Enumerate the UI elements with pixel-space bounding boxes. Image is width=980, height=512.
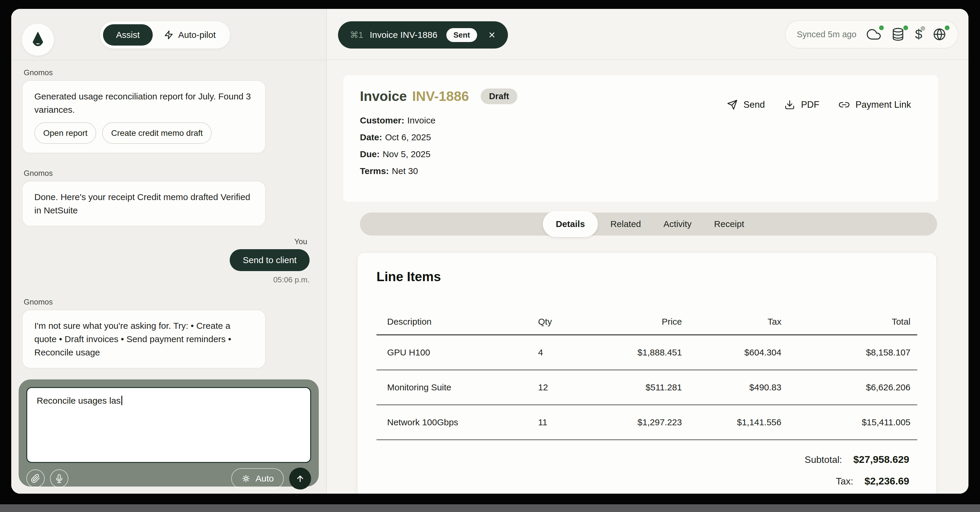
mode-toggle: Assist Auto-pilot xyxy=(100,21,230,49)
message-text: Done. Here's your receipt Credit memo dr… xyxy=(34,190,253,217)
line-items-title: Line Items xyxy=(377,269,917,284)
due-line: Due:Nov 5, 2025 xyxy=(360,146,922,162)
composer-toolbar: Auto xyxy=(26,467,311,490)
sync-status-text: Synced 5m ago xyxy=(797,30,857,39)
send-invoice-button[interactable]: Send xyxy=(727,99,765,110)
assist-label: Assist xyxy=(116,30,140,40)
screen: Assist Auto-pilot Gnomos Genera xyxy=(0,0,980,512)
message-text: Generated usage reconciliation report fo… xyxy=(34,90,253,116)
message-author: Gnomos xyxy=(24,68,310,77)
text-cursor xyxy=(121,396,122,405)
totals-summary: Subtotal: $27,958.629 Tax: $2,236.69 xyxy=(377,454,917,487)
paperclip-icon xyxy=(31,474,40,483)
date-value: Oct 6, 2025 xyxy=(385,132,431,142)
subtotal-value: $27,958.629 xyxy=(853,454,909,465)
line-items-card: Line Items Description Qty Price Tax Tot… xyxy=(357,252,937,494)
status-dot-gray xyxy=(921,26,925,31)
cell-price: $1,297.223 xyxy=(591,417,682,427)
download-pdf-button[interactable]: PDF xyxy=(784,99,819,110)
line-items-table: Description Qty Price Tax Total GPU H100… xyxy=(377,316,917,440)
user-message: Send to client xyxy=(230,249,310,271)
close-tab-button[interactable] xyxy=(488,31,496,39)
invoice-actions: Send PDF xyxy=(727,99,911,110)
message-author: Gnomos xyxy=(24,169,310,178)
status-dot-green xyxy=(903,25,908,30)
app-logo xyxy=(22,24,54,56)
assist-mode-button[interactable]: Assist xyxy=(103,24,153,46)
paper-plane-icon xyxy=(727,99,738,110)
web-sync-indicator xyxy=(932,27,947,41)
open-report-button[interactable]: Open report xyxy=(34,122,96,144)
autopilot-mode-button[interactable]: Auto-pilot xyxy=(153,30,227,40)
pdf-label: PDF xyxy=(801,99,819,110)
gear-icon xyxy=(241,474,251,483)
subtotal-label: Subtotal: xyxy=(805,454,842,465)
table-row: Network 100Gbps 11 $1,297.223 $1,141.556… xyxy=(377,405,917,440)
chat-composer: Reconcile usages las xyxy=(19,379,319,487)
cell-qty: 11 xyxy=(538,417,591,427)
app-window: Assist Auto-pilot Gnomos Genera xyxy=(11,9,969,494)
gnome-logo-icon xyxy=(29,30,47,49)
sidebar-header: Assist Auto-pilot xyxy=(11,9,326,60)
user-message-row: Send to client xyxy=(22,249,310,271)
tax-value: $2,236.69 xyxy=(865,475,909,487)
cell-qty: 4 xyxy=(538,347,591,358)
send-label: Send xyxy=(743,99,765,110)
col-total: Total xyxy=(781,316,910,327)
download-icon xyxy=(784,99,795,110)
message-author: Gnomos xyxy=(24,297,310,307)
customer-label: Customer: xyxy=(360,115,404,125)
col-description: Description xyxy=(387,316,538,327)
status-dot-green xyxy=(879,25,884,30)
terms-line: Terms:Net 30 xyxy=(360,162,922,179)
link-icon xyxy=(839,99,850,110)
invoice-document-tab[interactable]: ⌘1 Invoice INV-1886 Sent xyxy=(338,21,508,49)
lightning-icon xyxy=(164,30,173,40)
send-message-button[interactable] xyxy=(289,467,311,490)
payment-link-button[interactable]: Payment Link xyxy=(839,99,911,110)
cell-total: $8,158.107 xyxy=(781,347,910,358)
assistant-message: Done. Here's your receipt Credit memo dr… xyxy=(22,181,266,226)
composer-text: Reconcile usages las xyxy=(37,396,121,405)
cell-tax: $1,141.556 xyxy=(682,417,781,427)
sent-status-badge: Sent xyxy=(446,28,477,42)
subtotal-row: Subtotal: $27,958.629 xyxy=(805,454,909,465)
tab-receipt[interactable]: Receipt xyxy=(704,219,754,229)
col-qty: Qty xyxy=(538,316,591,327)
database-sync-indicator xyxy=(891,27,905,41)
due-label: Due: xyxy=(360,149,380,159)
table-row: GPU H100 4 $1,888.451 $604.304 $8,158.10… xyxy=(377,336,917,370)
chat-sidebar: Assist Auto-pilot Gnomos Genera xyxy=(11,9,327,494)
message-timestamp: 05:06 p.m. xyxy=(22,275,310,285)
table-header-row: Description Qty Price Tax Total xyxy=(377,316,917,336)
create-credit-memo-button[interactable]: Create credit memo draft xyxy=(102,122,212,144)
invoice-number: INV-1886 xyxy=(412,88,469,104)
terms-value: Net 30 xyxy=(392,166,418,176)
assistant-message: Generated usage reconciliation report fo… xyxy=(22,80,266,153)
draft-status-badge: Draft xyxy=(480,89,517,104)
autopilot-label: Auto-pilot xyxy=(178,30,216,40)
invoice-content: Invoice INV-1886 Draft Customer:Invoice … xyxy=(327,60,969,494)
database-icon xyxy=(891,27,905,41)
desktop-bottom-bar xyxy=(0,504,980,512)
tax-row: Tax: $2,236.69 xyxy=(836,475,909,487)
cloud-sync-indicator xyxy=(867,27,881,41)
billing-sync-indicator: $ xyxy=(915,28,922,41)
microphone-icon xyxy=(54,474,64,483)
message-actions: Open report Create credit memo draft xyxy=(34,122,253,144)
sync-status-pill[interactable]: Synced 5m ago xyxy=(785,20,958,49)
tax-label: Tax: xyxy=(836,476,853,487)
panel-topbar: ⌘1 Invoice INV-1886 Sent Synced 5m ago xyxy=(327,9,969,60)
message-author: You xyxy=(22,237,307,246)
auto-mode-selector[interactable]: Auto xyxy=(231,468,284,489)
attach-file-button[interactable] xyxy=(26,469,45,488)
tab-details[interactable]: Details xyxy=(543,211,598,237)
composer-input[interactable]: Reconcile usages las xyxy=(26,387,311,463)
globe-icon xyxy=(932,27,947,41)
status-dot-green xyxy=(945,25,950,30)
tab-activity[interactable]: Activity xyxy=(654,219,702,229)
tab-related[interactable]: Related xyxy=(600,219,651,229)
arrow-up-icon xyxy=(295,474,305,483)
voice-input-button[interactable] xyxy=(50,469,68,488)
customer-line: Customer:Invoice xyxy=(360,112,922,129)
